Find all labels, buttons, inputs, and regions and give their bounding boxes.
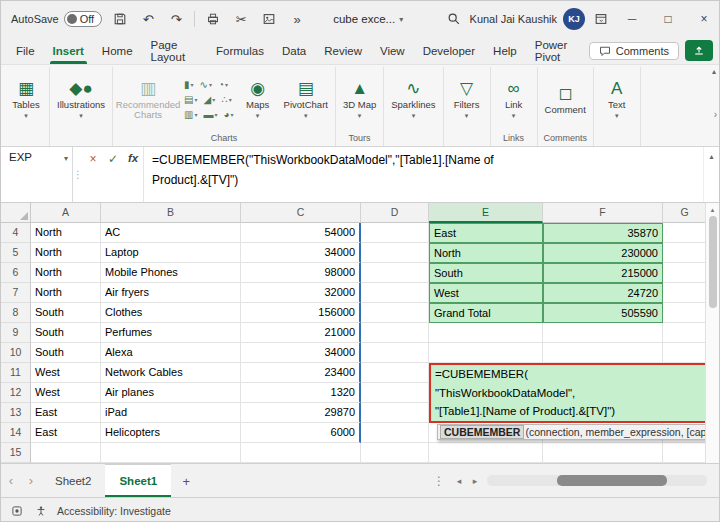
link-button[interactable]: ∞ Link ▾ bbox=[494, 78, 534, 121]
cell-d10[interactable] bbox=[361, 343, 429, 363]
cell-b12[interactable]: Air planes bbox=[101, 383, 241, 403]
cell-a10[interactable]: South bbox=[31, 343, 101, 363]
cell-e6[interactable]: South bbox=[429, 263, 543, 283]
row-number[interactable]: 5 bbox=[1, 243, 31, 263]
cell-c5[interactable]: 34000 bbox=[241, 243, 361, 263]
tab-data[interactable]: Data bbox=[273, 37, 315, 64]
collapse-ribbon-icon[interactable]: ▴ bbox=[712, 67, 716, 76]
cell-a13[interactable]: East bbox=[31, 403, 101, 423]
redo-icon[interactable]: ↷ bbox=[166, 8, 186, 30]
sheet-options-icon[interactable]: ⋮ bbox=[427, 464, 451, 497]
line-chart-icon[interactable]: ∿▾ bbox=[198, 78, 214, 91]
cell-c7[interactable]: 32000 bbox=[241, 283, 361, 303]
cell-d15[interactable] bbox=[361, 443, 429, 463]
recommended-charts-button[interactable]: ▥ Recommended Charts bbox=[116, 78, 180, 122]
cell-a4[interactable]: North bbox=[31, 223, 101, 243]
cell-c12[interactable]: 1320 bbox=[241, 383, 361, 403]
record-macro-icon[interactable] bbox=[9, 503, 25, 519]
tab-help[interactable]: Help bbox=[484, 37, 526, 64]
cell-c13[interactable]: 29870 bbox=[241, 403, 361, 423]
cell-d4[interactable] bbox=[361, 223, 429, 243]
cell-d5[interactable] bbox=[361, 243, 429, 263]
cell-g15[interactable] bbox=[663, 443, 707, 463]
row-number[interactable]: 13 bbox=[1, 403, 31, 423]
row-number[interactable]: 15 bbox=[1, 443, 31, 463]
row-number[interactable]: 12 bbox=[1, 383, 31, 403]
cell-e7[interactable]: West bbox=[429, 283, 543, 303]
row-number[interactable]: 9 bbox=[1, 323, 31, 343]
comments-button[interactable]: Comments bbox=[589, 42, 679, 60]
cut-icon[interactable]: ✂ bbox=[231, 8, 251, 30]
tab-page-layout[interactable]: Page Layout bbox=[142, 37, 207, 64]
comment-button[interactable]: ◻ Comment bbox=[541, 83, 590, 117]
drag-handle-icon[interactable]: ⋮ bbox=[73, 147, 83, 202]
tab-home[interactable]: Home bbox=[93, 37, 142, 64]
search-icon[interactable] bbox=[444, 8, 464, 30]
formula-bar-collapse-icon[interactable]: ▴ bbox=[703, 147, 719, 202]
scrollbar-thumb[interactable] bbox=[557, 475, 667, 486]
cell-d11[interactable] bbox=[361, 363, 429, 383]
cell-a14[interactable]: East bbox=[31, 423, 101, 443]
cell-g8[interactable] bbox=[663, 303, 707, 323]
cell-d6[interactable] bbox=[361, 263, 429, 283]
scatter-chart-icon[interactable]: ∴▾ bbox=[219, 93, 233, 106]
cell-b9[interactable]: Perfumes bbox=[101, 323, 241, 343]
cell-g6[interactable] bbox=[663, 263, 707, 283]
column-chart-icon[interactable]: ▮▾ bbox=[182, 78, 196, 91]
cell-c11[interactable]: 23400 bbox=[241, 363, 361, 383]
ribbon-display-options-icon[interactable] bbox=[591, 8, 611, 30]
autosave-toggle[interactable]: AutoSave Off bbox=[11, 11, 102, 27]
tables-button[interactable]: ▦ Tables ▾ bbox=[6, 78, 46, 121]
tab-file[interactable]: File bbox=[7, 37, 44, 64]
formula-input[interactable]: =CUBEMEMBER("ThisWorkbookDataModel","[Ta… bbox=[143, 147, 703, 202]
cell-b4[interactable]: AC bbox=[101, 223, 241, 243]
pie-chart-icon[interactable]: ◔▾ bbox=[216, 78, 230, 91]
more-commands-icon[interactable]: » bbox=[287, 8, 307, 30]
cell-f8[interactable]: 505590 bbox=[543, 303, 663, 323]
area-chart-icon[interactable]: ◢▾ bbox=[202, 93, 218, 106]
document-title[interactable]: cube exce... ▾ bbox=[333, 13, 403, 25]
cell-a8[interactable]: South bbox=[31, 303, 101, 323]
cell-f5[interactable]: 230000 bbox=[543, 243, 663, 263]
cell-c15[interactable] bbox=[241, 443, 361, 463]
avatar[interactable]: KJ bbox=[563, 8, 585, 30]
pivotchart-button[interactable]: ▤ PivotChart ▾ bbox=[280, 78, 332, 121]
maps-button[interactable]: ◉ Maps ▾ bbox=[238, 78, 278, 121]
cell-g9[interactable] bbox=[663, 323, 707, 343]
cell-a11[interactable]: West bbox=[31, 363, 101, 383]
column-header-a[interactable]: A bbox=[31, 203, 101, 223]
tab-developer[interactable]: Developer bbox=[414, 37, 484, 64]
row-number[interactable]: 6 bbox=[1, 263, 31, 283]
scroll-up-icon[interactable]: ▴ bbox=[711, 203, 715, 216]
cell-d7[interactable] bbox=[361, 283, 429, 303]
ribbon-scroll-right-icon[interactable]: › bbox=[714, 109, 717, 120]
cell-g10[interactable] bbox=[663, 343, 707, 363]
save-icon[interactable] bbox=[110, 8, 130, 30]
illustrations-button[interactable]: ◆● Illustrations ▾ bbox=[53, 78, 109, 121]
cell-e8[interactable]: Grand Total bbox=[429, 303, 543, 323]
surface-chart-icon[interactable]: ▥▾ bbox=[182, 108, 199, 121]
cell-c8[interactable]: 156000 bbox=[241, 303, 361, 323]
hscroll-right-icon[interactable]: ▸ bbox=[467, 464, 483, 497]
cell-f7[interactable]: 24720 bbox=[543, 283, 663, 303]
row-number[interactable]: 7 bbox=[1, 283, 31, 303]
cell-b15[interactable] bbox=[101, 443, 241, 463]
cell-e9[interactable] bbox=[429, 323, 543, 343]
bar-chart-icon[interactable]: ▤▾ bbox=[182, 93, 199, 106]
cell-b10[interactable]: Alexa bbox=[101, 343, 241, 363]
row-number[interactable]: 10 bbox=[1, 343, 31, 363]
column-header-b[interactable]: B bbox=[101, 203, 241, 223]
text-button[interactable]: A Text ▾ bbox=[597, 78, 637, 121]
add-sheet-button[interactable]: + bbox=[175, 470, 197, 492]
cell-b8[interactable]: Clothes bbox=[101, 303, 241, 323]
name-box[interactable]: EXP ▾ bbox=[1, 147, 73, 202]
horizontal-scrollbar[interactable] bbox=[487, 475, 707, 486]
cell-b7[interactable]: Air fryers bbox=[101, 283, 241, 303]
tab-view[interactable]: View bbox=[371, 37, 414, 64]
row-number[interactable]: 4 bbox=[1, 223, 31, 243]
cell-e4[interactable]: East bbox=[429, 223, 543, 243]
cell-d13[interactable] bbox=[361, 403, 429, 423]
print-icon[interactable] bbox=[203, 8, 223, 30]
cell-a12[interactable]: West bbox=[31, 383, 101, 403]
cell-d14[interactable] bbox=[361, 423, 429, 443]
